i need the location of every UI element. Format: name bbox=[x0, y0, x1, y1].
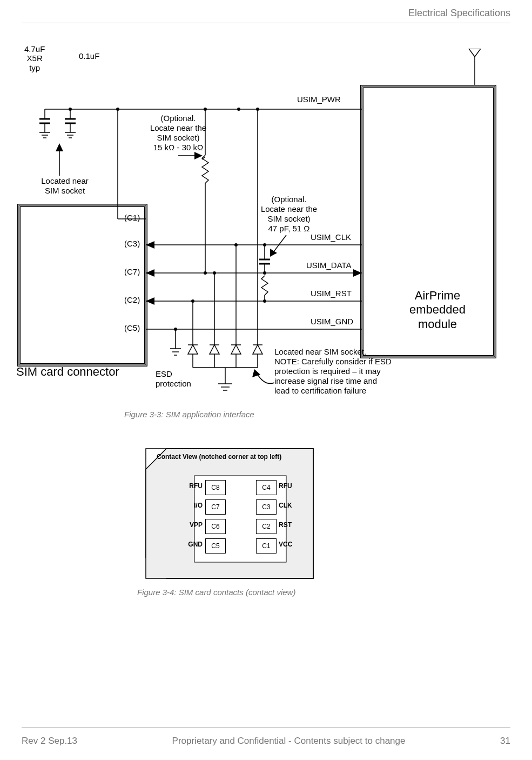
pin-c5: (C5) bbox=[124, 323, 140, 332]
svg-point-87 bbox=[263, 299, 266, 303]
header-rule bbox=[22, 23, 510, 23]
svg-marker-79 bbox=[252, 369, 260, 377]
pad-c2: C2 bbox=[256, 519, 277, 534]
cr-vcc: VCC bbox=[279, 541, 300, 548]
svg-point-53 bbox=[191, 299, 194, 303]
esd-note: Located near SIM socket. NOTE: Carefully… bbox=[274, 347, 392, 396]
footer-confidential: Proprietary and Confidential - Contents … bbox=[172, 736, 406, 746]
svg-point-81 bbox=[263, 243, 266, 246]
page-header-title: Electrical Specifications bbox=[408, 8, 510, 19]
svg-point-34 bbox=[204, 108, 207, 111]
pad-c1: C1 bbox=[256, 538, 277, 554]
svg-point-67 bbox=[256, 108, 259, 111]
figure-3-4-caption: Figure 3-4: SIM card contacts (contact v… bbox=[137, 588, 295, 597]
sig-pwr: USIM_PWR bbox=[297, 95, 341, 104]
pin-c7: (C7) bbox=[124, 267, 140, 276]
figure-3-3-caption: Figure 3-3: SIM application interface bbox=[124, 410, 254, 419]
pin-c1: (C1) bbox=[124, 213, 140, 222]
pad-c3: C3 bbox=[256, 499, 277, 515]
svg-marker-37 bbox=[194, 152, 203, 159]
svg-point-57 bbox=[234, 243, 238, 246]
sig-rst: USIM_RST bbox=[311, 289, 352, 298]
svg-point-48 bbox=[174, 328, 177, 331]
cl-io: I/O bbox=[181, 502, 203, 509]
pad-c5: C5 bbox=[205, 538, 226, 554]
sim-contacts-diagram: Contact View (notched corner at top left… bbox=[140, 443, 324, 589]
located-near-label: Located near SIM socket bbox=[32, 176, 97, 196]
cap-4u7-label: 4.7uF X5R typ bbox=[24, 44, 45, 72]
svg-point-85 bbox=[263, 271, 266, 275]
svg-point-20 bbox=[69, 108, 72, 111]
optional-resistor-label: (Optional. Locate near the SIM socket) 1… bbox=[138, 114, 219, 152]
svg-marker-64 bbox=[231, 345, 241, 354]
sig-gnd: USIM_GND bbox=[311, 317, 353, 326]
svg-marker-1 bbox=[469, 49, 481, 57]
cl-gnd: GND bbox=[181, 541, 203, 548]
pin-c2: (C2) bbox=[124, 295, 140, 304]
cr-rst: RST bbox=[279, 521, 300, 529]
cl-rfu: RFU bbox=[181, 482, 203, 490]
sim-connector-label: SIM card connector bbox=[16, 365, 119, 379]
module-label: AirPrime embedded module bbox=[394, 289, 481, 331]
svg-marker-68 bbox=[253, 345, 262, 354]
cap-0u1-label: 0.1uF bbox=[79, 51, 99, 61]
svg-marker-89 bbox=[270, 249, 277, 257]
optional-cap-label: (Optional. Locate near the SIM socket) 4… bbox=[248, 195, 329, 234]
contact-view-title: Contact View (notched corner at top left… bbox=[157, 453, 281, 461]
cr-clk: CLK bbox=[279, 502, 300, 509]
pin-c3: (C3) bbox=[124, 239, 140, 248]
svg-point-55 bbox=[213, 271, 216, 275]
pad-c4: C4 bbox=[256, 480, 277, 495]
pad-c7: C7 bbox=[205, 499, 226, 515]
esd-label: ESD protection bbox=[156, 369, 191, 389]
svg-marker-62 bbox=[210, 345, 219, 354]
svg-marker-60 bbox=[188, 345, 198, 354]
pad-c8: C8 bbox=[205, 480, 226, 495]
cl-vpp: VPP bbox=[181, 521, 203, 529]
sim-interface-diagram: 4.7uF X5R typ 0.1uF Located near SIM soc… bbox=[16, 49, 518, 422]
pad-c6: C6 bbox=[205, 519, 226, 534]
footer-rev: Rev 2 Sep.13 bbox=[22, 736, 77, 746]
svg-line-88 bbox=[273, 235, 286, 253]
footer-page-number: 31 bbox=[500, 736, 510, 746]
cr-rfu: RFU bbox=[279, 482, 300, 490]
svg-rect-5 bbox=[19, 205, 146, 365]
footer-rule bbox=[22, 727, 510, 728]
sig-data: USIM_DATA bbox=[306, 261, 352, 270]
svg-marker-28 bbox=[56, 143, 63, 151]
page-footer: Rev 2 Sep.13 Proprietary and Confidentia… bbox=[22, 736, 510, 746]
sig-clk: USIM_CLK bbox=[311, 232, 351, 242]
